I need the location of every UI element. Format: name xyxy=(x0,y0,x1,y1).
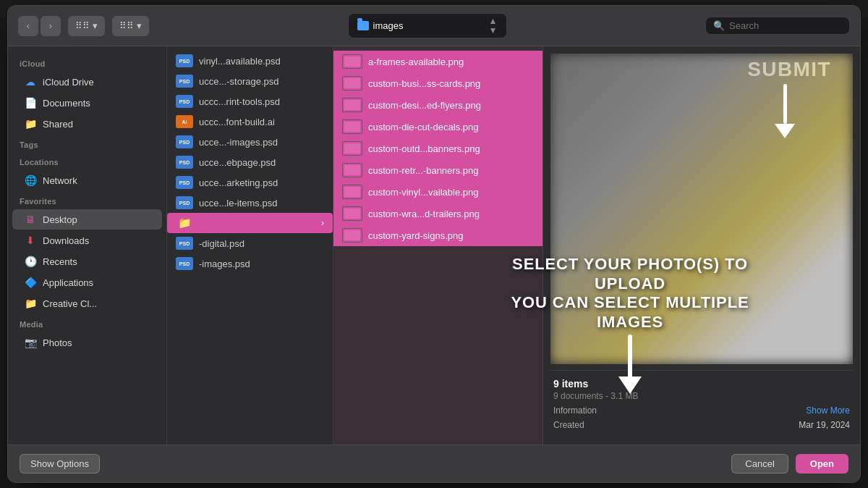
list-item[interactable]: custom-wra...d-trailers.png xyxy=(333,203,542,224)
svg-rect-3 xyxy=(344,78,360,88)
list-item[interactable]: PSD vinyl...available.psd xyxy=(167,51,333,71)
list-item[interactable]: PSD -digital.psd xyxy=(167,233,333,253)
list-item[interactable]: PSD ucce...arketing.psd xyxy=(167,172,333,193)
list-item[interactable]: custom-retr...-banners.png xyxy=(333,159,542,181)
created-label: Created xyxy=(553,420,584,430)
column-view-arrow: ▾ xyxy=(93,20,98,31)
svg-rect-11 xyxy=(344,165,360,175)
location-pill[interactable]: images ▲ ▼ xyxy=(348,13,507,38)
folder-icon xyxy=(357,21,369,30)
psd-icon: PSD xyxy=(176,135,193,148)
location-arrows: ▲ ▼ xyxy=(489,17,498,35)
chevron-right-icon: › xyxy=(321,218,324,228)
file-name: custom-yard-signs.png xyxy=(368,230,464,241)
list-item[interactable]: a-frames-available.png xyxy=(333,51,542,72)
sidebar-item-label: Desktop xyxy=(43,214,77,225)
list-item[interactable]: Ai uccc...font-build.ai xyxy=(167,112,333,132)
svg-rect-13 xyxy=(344,187,360,197)
list-item[interactable]: PSD ucce...le-items.psd xyxy=(167,193,333,213)
file-thumbnail xyxy=(342,185,362,199)
file-name: custom-die-cut-decals.png xyxy=(368,122,478,132)
sidebar-item-recents[interactable]: 🕐 Recents xyxy=(12,251,162,272)
creative-icon: 📁 xyxy=(24,297,37,310)
file-name: custom-retr...-banners.png xyxy=(368,165,478,176)
file-name: ucce...arketing.psd xyxy=(199,177,278,188)
show-options-button[interactable]: Show Options xyxy=(20,454,100,474)
sidebar-item-shared[interactable]: 📁 Shared xyxy=(12,114,162,134)
left-file-column: PSD vinyl...available.psd PSD ucce...-st… xyxy=(167,46,333,445)
sidebar-item-icloud-drive[interactable]: ☁ iCloud Drive xyxy=(12,72,162,92)
sidebar-item-label: iCloud Drive xyxy=(43,77,94,88)
sidebar-item-creative[interactable]: 📁 Creative Cl... xyxy=(12,293,162,314)
folder-icon: 📁 xyxy=(176,216,193,230)
selected-folder-item[interactable]: 📁 › xyxy=(167,213,333,233)
psd-icon: PSD xyxy=(176,176,193,189)
list-item[interactable]: PSD -images.psd xyxy=(167,253,333,274)
svg-rect-1 xyxy=(344,56,360,67)
sidebar-item-documents[interactable]: 📄 Documents xyxy=(12,93,162,113)
list-item[interactable]: custom-die-cut-decals.png xyxy=(333,116,542,138)
desktop-icon: 🖥 xyxy=(24,213,37,226)
list-item[interactable]: PSD uccc...rint-tools.psd xyxy=(167,91,333,112)
nav-buttons: ‹ › xyxy=(18,16,61,36)
info-row-created: Created Mar 19, 2024 xyxy=(553,420,850,430)
preview-image-box xyxy=(550,54,853,364)
psd-icon: PSD xyxy=(176,54,193,67)
locations-section-label: Locations xyxy=(8,152,166,169)
list-item[interactable]: custom-vinyl...vailable.png xyxy=(333,181,542,203)
list-item[interactable]: PSD ucce...ebpage.psd xyxy=(167,152,333,172)
png-file-column: a-frames-available.png custom-busi...ss-… xyxy=(333,46,543,445)
show-more-link[interactable]: Show More xyxy=(806,405,850,416)
toolbar: ‹ › ⠿⠿ ▾ ⠿⠿ ▾ images ▲ ▼ xyxy=(8,6,860,46)
list-item[interactable]: custom-busi...ss-cards.png xyxy=(333,72,542,94)
forward-button[interactable]: › xyxy=(41,16,61,36)
list-item[interactable]: custom-outd...banners.png xyxy=(333,138,542,159)
sidebar-item-applications[interactable]: 🔷 Applications xyxy=(12,272,162,293)
file-browser: PSD vinyl...available.psd PSD ucce...-st… xyxy=(167,46,860,445)
file-name: custom-busi...ss-cards.png xyxy=(368,78,480,89)
sidebar-item-desktop[interactable]: 🖥 Desktop xyxy=(12,209,162,230)
applications-icon: 🔷 xyxy=(24,276,37,289)
open-button[interactable]: Open xyxy=(796,454,848,474)
svg-rect-15 xyxy=(344,209,360,219)
preview-blur-image xyxy=(550,54,853,364)
location-pill-inner: images xyxy=(357,20,404,31)
psd-icon: PSD xyxy=(176,95,193,108)
column-view-button[interactable]: ⠿⠿ ▾ xyxy=(68,16,105,36)
list-item[interactable]: PSD ucce...-storage.psd xyxy=(167,71,333,91)
icon-view-button[interactable]: ⠿⠿ ▾ xyxy=(112,16,149,36)
svg-rect-5 xyxy=(344,100,360,110)
recents-icon: 🕐 xyxy=(24,255,37,268)
list-item[interactable]: PSD ucce...-images.psd xyxy=(167,132,333,152)
sidebar-item-label: Applications xyxy=(43,277,93,288)
created-value: Mar 19, 2024 xyxy=(799,420,850,430)
sidebar: iCloud ☁ iCloud Drive 📄 Documents 📁 Shar… xyxy=(8,46,167,445)
file-name: ucce...-storage.psd xyxy=(199,76,279,87)
information-label: Information xyxy=(553,405,597,416)
file-thumbnail xyxy=(342,206,362,221)
list-item[interactable]: custom-desi...ed-flyers.png xyxy=(333,94,542,116)
search-input[interactable] xyxy=(729,20,842,31)
info-row-information: Information Show More xyxy=(553,405,850,416)
file-name: uccc...font-build.ai xyxy=(199,117,275,127)
search-bar[interactable]: 🔍 xyxy=(705,17,850,35)
cancel-button[interactable]: Cancel xyxy=(731,454,788,474)
list-item[interactable]: custom-yard-signs.png xyxy=(333,224,542,246)
sidebar-item-label: Documents xyxy=(43,98,90,109)
sidebar-item-label: Recents xyxy=(43,256,77,267)
psd-icon: PSD xyxy=(176,237,193,250)
sidebar-item-network[interactable]: 🌐 Network xyxy=(12,170,162,190)
back-button[interactable]: ‹ xyxy=(18,16,38,36)
file-name: -images.psd xyxy=(199,258,250,269)
sidebar-item-downloads[interactable]: ⬇ Downloads xyxy=(12,230,162,251)
file-name: ucce...le-items.psd xyxy=(199,198,277,209)
sidebar-item-photos[interactable]: 📷 Photos xyxy=(12,332,162,353)
search-icon: 🔍 xyxy=(713,20,725,31)
svg-rect-7 xyxy=(344,122,360,132)
file-name: uccc...rint-tools.psd xyxy=(199,96,280,107)
icon-view-arrow: ▾ xyxy=(137,20,142,31)
file-name: custom-vinyl...vailable.png xyxy=(368,187,478,198)
favorites-section-label: Favorites xyxy=(8,191,166,209)
psd-icon: PSD xyxy=(176,196,193,209)
file-name: ucce...ebpage.psd xyxy=(199,157,276,168)
